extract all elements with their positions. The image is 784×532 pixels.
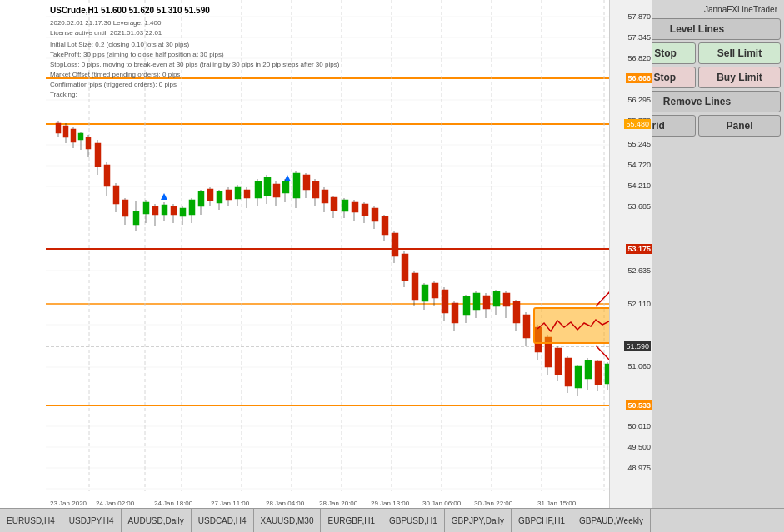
price-56820: 56.820 [627, 54, 651, 62]
svg-rect-67 [162, 205, 167, 215]
price-56666: 56.666 [626, 73, 652, 83]
svg-text:Confirmation pips (triggered o: Confirmation pips (triggered orders): 0 … [50, 81, 177, 88]
svg-rect-45 [63, 126, 68, 137]
svg-rect-57 [113, 186, 119, 204]
svg-rect-65 [152, 206, 158, 215]
tab-gbpaud-weekly[interactable]: GBPAUD,Weekly [572, 509, 651, 532]
sell-limit-button[interactable]: Sell Limit [698, 42, 781, 64]
svg-text:23 Jan 2020: 23 Jan 2020 [50, 500, 87, 507]
tab-gbpchf-h1[interactable]: GBPCHF,H1 [512, 509, 572, 532]
svg-rect-131 [463, 296, 470, 315]
svg-rect-111 [362, 204, 368, 216]
svg-rect-78 [207, 189, 213, 201]
svg-rect-63 [143, 202, 149, 214]
svg-text:24 Jan 02:00: 24 Jan 02:00 [96, 500, 135, 507]
bottom-tabs: EURUSD,H4 USDJPY,H4 AUDUSD,Daily USDCAD,… [0, 508, 784, 532]
price-51590-current: 51.590 [624, 341, 651, 351]
svg-rect-43 [56, 123, 61, 133]
svg-rect-123 [422, 285, 428, 301]
price-56295: 56.295 [627, 96, 651, 104]
svg-rect-151 [565, 358, 572, 386]
svg-rect-153 [575, 366, 582, 388]
svg-rect-107 [342, 200, 348, 211]
price-53685: 53.685 [627, 202, 651, 211]
svg-rect-113 [372, 208, 378, 221]
svg-rect-129 [452, 303, 458, 323]
price-55245: 55.245 [627, 140, 651, 148]
price-49500: 49.500 [627, 443, 651, 451]
price-50010: 50.010 [627, 422, 651, 430]
svg-rect-109 [352, 202, 358, 212]
svg-rect-143 [523, 315, 530, 338]
svg-rect-51 [86, 137, 91, 149]
svg-rect-93 [273, 184, 280, 197]
tab-gbpjpy-daily[interactable]: GBPJPY,Daily [445, 509, 512, 532]
svg-rect-55 [104, 165, 110, 186]
svg-rect-70 [171, 206, 177, 215]
tab-usdjpy-h4[interactable]: USDJPY,H4 [62, 509, 122, 532]
price-57870: 57.870 [627, 12, 651, 21]
price-54210: 54.210 [627, 181, 651, 190]
svg-rect-74 [189, 200, 195, 215]
svg-rect-127 [442, 290, 448, 313]
svg-rect-53 [95, 143, 101, 167]
price-52635: 52.635 [627, 266, 651, 275]
svg-rect-59 [122, 200, 128, 216]
svg-rect-133 [473, 293, 480, 310]
svg-text:Initial Lot Size: 0.2  (closin: Initial Lot Size: 0.2 (closing 0.10 lots… [50, 41, 190, 48]
svg-rect-91 [264, 177, 271, 196]
price-53175: 53.175 [626, 244, 652, 254]
price-57345: 57.345 [627, 33, 651, 42]
svg-text:USCrude,H1  51.600 51.620 51.3: USCrude,H1 51.600 51.620 51.310 51.590 [50, 6, 210, 15]
svg-text:30 Jan 22:00: 30 Jan 22:00 [474, 500, 513, 507]
tab-usdcad-h4[interactable]: USDCAD,H4 [192, 509, 254, 532]
svg-text:28 Jan 04:00: 28 Jan 04:00 [266, 500, 305, 507]
svg-rect-149 [555, 348, 562, 375]
panel-button[interactable]: Panel [698, 115, 781, 137]
price-50533: 50.533 [626, 400, 652, 410]
svg-text:30 Jan 06:00: 30 Jan 06:00 [422, 500, 462, 507]
price-55480: 55.480 [624, 119, 651, 129]
price-52110: 52.110 [627, 300, 651, 308]
svg-rect-135 [483, 296, 490, 309]
svg-text:29 Jan 13:00: 29 Jan 13:00 [371, 500, 410, 507]
price-48975: 48.975 [627, 464, 651, 472]
svg-rect-61 [133, 211, 139, 225]
svg-rect-115 [382, 216, 388, 235]
svg-rect-105 [331, 197, 337, 211]
svg-text:Tracking:: Tracking: [50, 91, 77, 98]
svg-rect-137 [493, 291, 500, 306]
svg-rect-99 [303, 175, 310, 190]
price-axis: 57.870 57.345 56.820 56.666 56.295 55.77… [609, 0, 652, 508]
price-54720: 54.720 [627, 161, 651, 169]
svg-text:Market Offset (timed pending o: Market Offset (timed pending orders): 0 … [50, 71, 180, 78]
tab-eurusd-h4[interactable]: EURUSD,H4 [0, 509, 62, 532]
svg-rect-95 [282, 181, 289, 193]
svg-text:28 Jan 20:00: 28 Jan 20:00 [319, 500, 358, 507]
svg-rect-157 [595, 361, 602, 385]
svg-rect-86 [244, 190, 250, 198]
svg-text:31 Jan 15:00: 31 Jan 15:00 [537, 500, 577, 507]
svg-rect-97 [293, 173, 300, 198]
svg-rect-139 [503, 293, 510, 306]
svg-rect-125 [432, 283, 438, 298]
svg-text:27 Jan 11:00: 27 Jan 11:00 [211, 500, 250, 507]
svg-text:TakeProfit: 30 pips  (aiming t: TakeProfit: 30 pips (aiming to close hal… [50, 51, 224, 58]
price-51060: 51.060 [627, 362, 651, 370]
svg-rect-84 [235, 187, 241, 199]
svg-text:StopLoss: 0 pips, moving to br: StopLoss: 0 pips, moving to break-even a… [50, 61, 340, 68]
svg-rect-76 [198, 191, 204, 206]
tab-xauusd-m30[interactable]: XAUUSD,M30 [254, 509, 322, 532]
tab-eurgbp-h1[interactable]: EURGBP,H1 [321, 509, 382, 532]
svg-rect-117 [392, 233, 398, 256]
chart-svg: 23 Jan 2020 24 Jan 02:00 24 Jan 18:00 27… [0, 0, 609, 508]
buy-limit-button[interactable]: Buy Limit [698, 67, 781, 88]
svg-rect-103 [322, 190, 328, 203]
svg-rect-47 [71, 129, 76, 142]
tab-audusd-daily[interactable]: AUDUSD,Daily [122, 509, 192, 532]
svg-rect-141 [513, 301, 520, 323]
tab-gbpusd-h1[interactable]: GBPUSD,H1 [382, 509, 445, 532]
svg-rect-121 [412, 273, 418, 300]
svg-rect-49 [78, 133, 83, 140]
svg-rect-119 [402, 254, 408, 281]
